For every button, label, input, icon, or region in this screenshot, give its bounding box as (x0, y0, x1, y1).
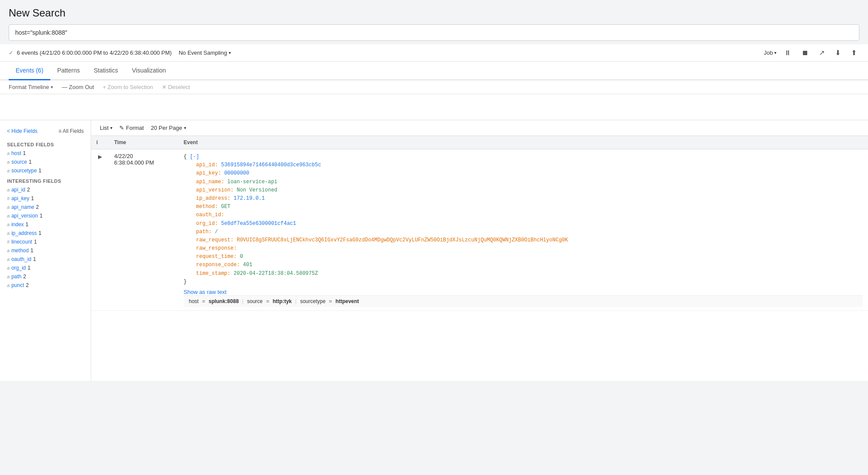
expand-cell: ▶ (91, 149, 109, 311)
field-sourcetype: a sourcetype 1 (0, 166, 91, 175)
format-timeline-label: Format Timeline (9, 84, 49, 90)
all-fields-btn[interactable]: ≡ All Fields (59, 128, 84, 134)
selected-fields-label: SELECTED FIELDS (0, 139, 91, 149)
format-btn[interactable]: ✎ Format (119, 125, 144, 131)
page-title: New Search (9, 7, 859, 19)
tab-patterns[interactable]: Patterns (50, 62, 87, 80)
field-api_key: # api_key 1 (0, 194, 91, 203)
field-host-link[interactable]: host (11, 150, 21, 156)
field-api_name: a api_name 2 (0, 203, 91, 211)
field-source: a source 1 (0, 158, 91, 166)
interesting-fields-label: INTERESTING FIELDS (0, 175, 91, 185)
job-chevron: ▾ (774, 50, 776, 55)
field-index-link[interactable]: index (11, 221, 24, 228)
event-content-cell: { [-] api_id: 536915894e71466440400d3ce9… (178, 149, 868, 311)
field-punct-link[interactable]: punct (11, 282, 24, 288)
tab-statistics[interactable]: Statistics (87, 62, 125, 80)
field-method: a method 1 (0, 246, 91, 255)
col-header-time: Time (109, 136, 178, 149)
field-sourcetype-link[interactable]: sourcetype (11, 168, 37, 174)
zoom-out-btn[interactable]: — Zoom Out (62, 84, 94, 90)
search-bar (9, 24, 859, 41)
event-date: 4/22/20 (114, 153, 173, 159)
table-header-row: i Time Event (91, 136, 868, 149)
timeline-chart (0, 94, 868, 120)
left-sidebar: < Hide Fields ≡ All Fields SELECTED FIEL… (0, 120, 91, 381)
main-content: < Hide Fields ≡ All Fields SELECTED FIEL… (0, 120, 868, 381)
list-label: List (100, 125, 108, 131)
field-oauth_id-link[interactable]: oauth_id (11, 256, 31, 262)
zoom-selection-btn[interactable]: + Zoom to Selection (103, 84, 153, 90)
zoom-out-label: — Zoom Out (62, 84, 94, 90)
download-button[interactable]: ⬇ (832, 48, 843, 58)
right-content: List ▾ ✎ Format 20 Per Page ▾ i Time (91, 120, 868, 381)
show-raw-link[interactable]: Show as raw text (184, 289, 863, 295)
status-check: ✓ 6 events (4/21/20 6:00:00.000 PM to 4/… (9, 49, 172, 56)
footer-source-val: http:tyk (273, 298, 292, 304)
job-dropdown[interactable]: Job ▾ (764, 49, 776, 56)
field-api_key-link[interactable]: api_key (11, 195, 29, 201)
status-bar: ✓ 6 events (4/21/20 6:00:00.000 PM to 4/… (0, 44, 868, 62)
tab-visualization[interactable]: Visualization (125, 62, 173, 80)
field-org_id-link[interactable]: org_id (11, 265, 26, 271)
footer-sourcetype-val: httpevent (335, 298, 359, 304)
collapse-btn[interactable]: [-] (190, 154, 199, 160)
expand-row-btn[interactable]: ▶ (96, 153, 104, 161)
sampling-chevron: ▾ (229, 50, 231, 55)
sampling-dropdown[interactable]: No Event Sampling ▾ (179, 49, 231, 56)
events-table: i Time Event ▶ 4/22/20 6:38:04.000 PM (91, 136, 868, 311)
job-label: Job (764, 49, 773, 56)
field-linecount: # linecount 1 (0, 238, 91, 246)
event-body: { [-] api_id: 536915894e71466440400d3ce9… (184, 153, 863, 286)
search-input[interactable] (9, 25, 859, 40)
col-header-i: i (91, 136, 109, 149)
deselect-label: ✕ Deselect (162, 84, 190, 90)
list-dropdown-btn[interactable]: List ▾ (100, 125, 112, 131)
sidebar-header: < Hide Fields ≡ All Fields (0, 125, 91, 139)
format-label: Format (126, 125, 144, 131)
field-api_version-link[interactable]: api_version (11, 213, 38, 219)
perpage-label: 20 Per Page (151, 125, 182, 131)
event-time: 6:38:04.000 PM (114, 159, 173, 166)
footer-sourcetype-key: sourcetype (300, 298, 326, 304)
field-api_name-link[interactable]: api_name (11, 204, 34, 210)
stop-button[interactable]: ⏹ (799, 48, 811, 58)
sampling-label: No Event Sampling (179, 49, 227, 56)
hide-fields-btn[interactable]: < Hide Fields (7, 128, 37, 134)
field-punct: a punct 2 (0, 281, 91, 290)
field-path-link[interactable]: path (11, 274, 21, 280)
field-ip_address-link[interactable]: ip_address (11, 230, 37, 236)
footer-host-val: splunk:8088 (209, 298, 239, 304)
field-host: a host 1 (0, 149, 91, 158)
deselect-btn[interactable]: ✕ Deselect (162, 84, 190, 90)
field-api_id-link[interactable]: api_id (11, 187, 25, 193)
field-api_id: a api_id 2 (0, 185, 91, 194)
field-api_version: a api_version 1 (0, 211, 91, 220)
field-ip_address: a ip_address 1 (0, 229, 91, 238)
format-icon: ✎ (119, 125, 124, 131)
tab-events[interactable]: Events (6) (9, 62, 50, 80)
field-org_id: a org_id 1 (0, 264, 91, 272)
field-oauth_id: a oauth_id 1 (0, 255, 91, 264)
format-timeline-btn[interactable]: Format Timeline ▾ (9, 84, 53, 90)
event-time-cell: 4/22/20 6:38:04.000 PM (109, 149, 178, 311)
footer-host-key: host (189, 298, 199, 304)
field-path: a path 2 (0, 272, 91, 281)
tabs-bar: Events (6) Patterns Statistics Visualiza… (0, 62, 868, 80)
export-button[interactable]: ⬆ (848, 48, 859, 58)
status-events: 6 events (4/21/20 6:00:00.000 PM to 4/22… (17, 49, 172, 56)
timeline-toolbar: Format Timeline ▾ — Zoom Out + Zoom to S… (0, 80, 868, 94)
share-button[interactable]: ↗ (816, 48, 827, 58)
zoom-selection-label: + Zoom to Selection (103, 84, 153, 90)
footer-source-key: source (247, 298, 263, 304)
pause-button[interactable]: ⏸ (782, 48, 794, 58)
field-method-link[interactable]: method (11, 247, 29, 254)
col-header-event: Event (178, 136, 868, 149)
field-source-link[interactable]: source (11, 159, 27, 165)
event-footer: host = splunk:8088 | source = http:tyk |… (184, 295, 863, 307)
field-linecount-link[interactable]: linecount (11, 239, 32, 245)
table-row: ▶ 4/22/20 6:38:04.000 PM { [-] api_id: 5… (91, 149, 868, 311)
field-index: a index 1 (0, 220, 91, 229)
list-toolbar: List ▾ ✎ Format 20 Per Page ▾ (91, 120, 868, 136)
perpage-btn[interactable]: 20 Per Page ▾ (151, 125, 186, 131)
